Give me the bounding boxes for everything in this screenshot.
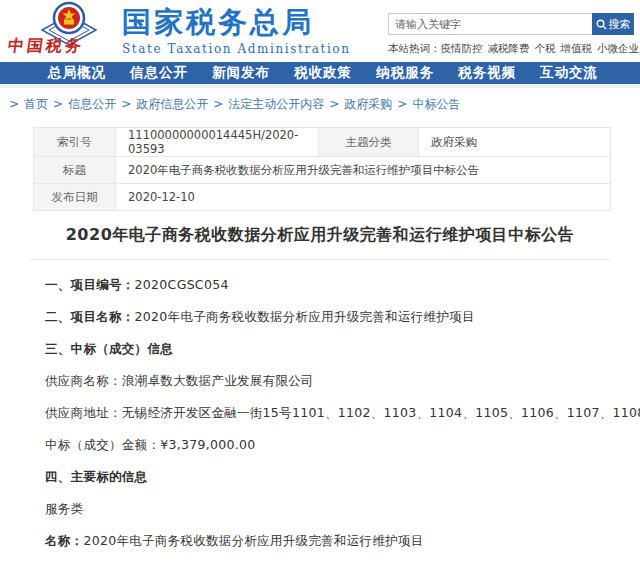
meta-label-title: 标题 [34,157,116,184]
breadcrumb: >首页>信息公开>政府信息公开>法定主动公开内容>政府采购>中标公告 [0,88,640,122]
meta-table: 索引号 11100000000014445H/2020-03593 主题分类 政… [33,127,611,211]
meta-label-category: 主题分类 [319,128,419,157]
paragraph-bold-label: 四、主要标的信息 [45,469,147,484]
breadcrumb-link[interactable]: 政府采购 [344,97,392,111]
article-paragraph: 中标（成交）金额：¥3,379,000.00 [45,437,640,455]
nav-item[interactable]: 互动交流 [540,64,598,82]
breadcrumb-separator: > [9,97,19,111]
article-paragraph: 名称：2020年电子商务税收数据分析应用升级完善和运行维护项目 [45,533,640,551]
paragraph-text: 2020年电子商务税收数据分析应用升级完善和运行维护项目 [83,533,423,548]
site-title-en: State Taxation Administration [122,42,351,56]
hot-word-link[interactable]: 减税降费 [488,42,530,54]
meta-label-index: 索引号 [34,128,116,157]
site-title-block: 国家税务总局 State Taxation Administration [122,7,351,56]
paragraph-bold-label: 一、项目编号： [45,277,135,292]
article-body: 一、项目编号：2020CGSC054二、项目名称：2020年电子商务税收数据分析… [45,277,640,551]
search-button-label: 搜索 [609,17,631,32]
nav-item[interactable]: 税收政策 [294,64,352,82]
article-paragraph: 供应商名称：浪潮卓数大数据产业发展有限公司 [45,373,640,391]
breadcrumb-link[interactable]: 法定主动公开内容 [228,97,324,111]
paragraph-text: 2020CGSC054 [135,277,229,292]
paragraph-text: 中标（成交）金额：¥3,379,000.00 [45,437,256,452]
title-divider [30,259,610,260]
breadcrumb-separator: > [53,97,63,111]
article-paragraph: 一、项目编号：2020CGSC054 [45,277,640,295]
paragraph-text: 2020年电子商务税收数据分析应用升级完善和运行维护项目 [135,309,475,324]
breadcrumb-item: >政府信息公开 [116,97,208,111]
main-nav: 总局概况信息公开新闻发布税收政策纳税服务税务视频互动交流 [0,62,640,88]
hot-words: 本站热词：疫情防控减税降费个税增值税小微企业发票 [388,42,634,56]
hot-words-list: 疫情防控减税降费个税增值税小微企业发票 [441,42,640,54]
breadcrumb-item: >中标公告 [392,97,460,111]
nav-item[interactable]: 纳税服务 [376,64,434,82]
article-title: 2020年电子商务税收数据分析应用升级完善和运行维护项目中标公告 [0,225,640,246]
nav-item[interactable]: 信息公开 [130,64,188,82]
site-title: 国家税务总局 [122,7,351,39]
hot-word-link[interactable]: 增值税 [561,42,593,54]
article-paragraph: 服务类 [45,501,640,519]
meta-value-title: 2020年电子商务税收数据分析应用升级完善和运行维护项目中标公告 [116,157,611,184]
nav-item[interactable]: 新闻发布 [212,64,270,82]
search-button[interactable]: 搜索 [592,13,634,35]
breadcrumb-item: >政府采购 [324,97,392,111]
search-icon [596,19,607,30]
article-paragraph: 二、项目名称：2020年电子商务税收数据分析应用升级完善和运行维护项目 [45,309,640,327]
breadcrumb-link[interactable]: 信息公开 [68,97,116,111]
hot-word-link[interactable]: 小微企业 [597,42,639,54]
breadcrumb-link[interactable]: 政府信息公开 [136,97,208,111]
paragraph-text: 供应商名称：浪潮卓数大数据产业发展有限公司 [45,373,314,388]
nav-item[interactable]: 税务视频 [458,64,516,82]
site-logo[interactable]: 中国税务 [8,0,120,60]
article-paragraph: 四、主要标的信息 [45,469,640,487]
breadcrumb-separator: > [329,97,339,111]
hot-word-link[interactable]: 疫情防控 [441,42,483,54]
article-paragraph: 供应商地址：无锡经济开发区金融一街15号1101、1102、1103、1104、… [45,405,640,423]
breadcrumb-item: >首页 [4,97,48,111]
meta-row-title: 标题 2020年电子商务税收数据分析应用升级完善和运行维护项目中标公告 [34,157,611,184]
breadcrumb-item: >法定主动公开内容 [208,97,324,111]
breadcrumb-link[interactable]: 中标公告 [412,97,460,111]
meta-value-date: 2020-12-10 [116,184,611,211]
logo-calligraphy: 中国税务 [7,36,122,57]
meta-row-date: 发布日期 2020-12-10 [34,184,611,211]
breadcrumb-separator: > [213,97,223,111]
breadcrumb-separator: > [397,97,407,111]
site-header: 中国税务 国家税务总局 State Taxation Administratio… [0,0,640,62]
paragraph-text: 服务类 [45,501,83,516]
breadcrumb-item: >信息公开 [48,97,116,111]
search-area: 搜索 本站热词：疫情防控减税降费个税增值税小微企业发票 [388,13,634,56]
hot-word-link[interactable]: 个税 [535,42,556,54]
breadcrumb-link[interactable]: 首页 [24,97,48,111]
nav-item[interactable]: 总局概况 [48,64,106,82]
meta-value-index: 11100000000014445H/2020-03593 [116,128,319,157]
search-input[interactable] [388,13,592,35]
paragraph-bold-label: 二、项目名称： [45,309,135,324]
paragraph-text: 供应商地址：无锡经济开发区金融一街15号1101、1102、1103、1104、… [45,405,640,420]
sta-website-page: 中国税务 国家税务总局 State Taxation Administratio… [0,0,640,570]
hot-words-label: 本站热词： [388,42,441,54]
paragraph-bold-label: 名称： [45,533,83,548]
article-paragraph: 三、中标（成交）信息 [45,341,640,359]
breadcrumb-separator: > [121,97,131,111]
meta-label-date: 发布日期 [34,184,116,211]
paragraph-bold-label: 三、中标（成交）信息 [45,341,173,356]
meta-row-index-category: 索引号 11100000000014445H/2020-03593 主题分类 政… [34,128,611,157]
meta-value-category: 政府采购 [419,128,611,157]
